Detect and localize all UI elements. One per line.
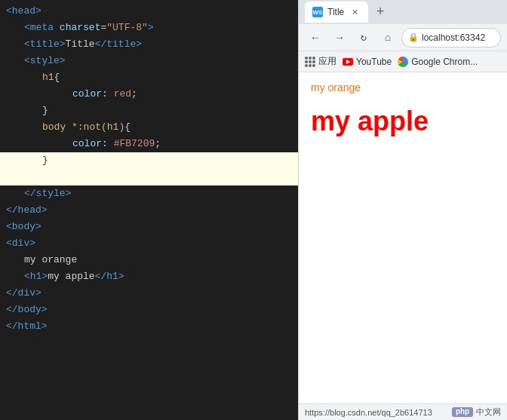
code-editor: <head> <meta charset="UTF-8"> <title>Tit…	[0, 0, 298, 420]
code-line-3: <title>Title</title>	[0, 36, 298, 53]
back-button[interactable]: ←	[305, 27, 326, 48]
tab-close-button[interactable]: ✕	[349, 6, 361, 18]
code-line-1: <head>	[0, 3, 298, 20]
code-line-18: </div>	[0, 285, 298, 302]
code-line-10: }	[0, 152, 298, 169]
code-line-2: <meta charset="UTF-8">	[0, 20, 298, 36]
apps-icon	[305, 57, 315, 67]
bookmarks-bar: 应用 YouTube Google Chrom...	[299, 51, 507, 72]
reload-button[interactable]: ↻	[353, 27, 374, 48]
preview-orange-text: my orange	[311, 81, 495, 94]
youtube-icon	[343, 58, 353, 66]
code-line-6: color: red;	[0, 86, 298, 103]
tab-title: Title	[327, 7, 344, 17]
lock-icon: 🔒	[408, 32, 419, 42]
bookmark-chrome[interactable]: Google Chrom...	[398, 57, 478, 67]
code-line-7: }	[0, 103, 298, 119]
code-line-12: </style>	[0, 185, 298, 202]
apps-label: 应用	[318, 55, 336, 68]
code-line-5: h1{	[0, 69, 298, 86]
youtube-label: YouTube	[356, 57, 392, 67]
browser-preview: WS Title ✕ + ← → ↻ ⌂ 🔒 localhost:63342 应…	[298, 0, 507, 420]
browser-tab[interactable]: WS Title ✕	[305, 2, 368, 23]
browser-titlebar: WS Title ✕ +	[299, 0, 507, 24]
code-line-11	[0, 169, 298, 185]
address-text: localhost:63342	[422, 32, 485, 43]
bookmark-youtube[interactable]: YouTube	[343, 57, 392, 67]
footer-badge-area: php 中文网	[452, 406, 501, 418]
code-line-8: body *:not(h1){	[0, 119, 298, 136]
browser-toolbar: ← → ↻ ⌂ 🔒 localhost:63342	[299, 24, 507, 51]
chrome-icon	[398, 57, 408, 67]
code-line-16: my orange	[0, 252, 298, 268]
footer-site-label: 中文网	[476, 406, 501, 418]
code-line-4: <style>	[0, 53, 298, 69]
home-button[interactable]: ⌂	[377, 27, 398, 48]
preview-red-heading: my apple	[311, 106, 495, 137]
code-line-19: </body>	[0, 302, 298, 318]
browser-page-content: my orange my apple	[299, 72, 507, 403]
tab-favicon: WS	[312, 7, 323, 17]
code-line-20: </html>	[0, 318, 298, 335]
code-line-15: <div>	[0, 235, 298, 252]
browser-footer: https://blog.csdn.net/qq_2b614713 php 中文…	[299, 403, 507, 420]
bookmark-apps[interactable]: 应用	[305, 55, 336, 68]
code-line-14: <body>	[0, 219, 298, 235]
chrome-label: Google Chrom...	[411, 57, 478, 67]
code-line-9: color: #FB7209;	[0, 136, 298, 152]
new-tab-button[interactable]: +	[371, 3, 389, 21]
code-line-17: <h1>my apple</h1>	[0, 268, 298, 285]
code-line-13: </head>	[0, 202, 298, 219]
forward-button[interactable]: →	[329, 27, 350, 48]
php-badge: php	[452, 407, 473, 417]
footer-url: https://blog.csdn.net/qq_2b614713	[305, 408, 432, 417]
address-bar[interactable]: 🔒 localhost:63342	[401, 28, 501, 48]
